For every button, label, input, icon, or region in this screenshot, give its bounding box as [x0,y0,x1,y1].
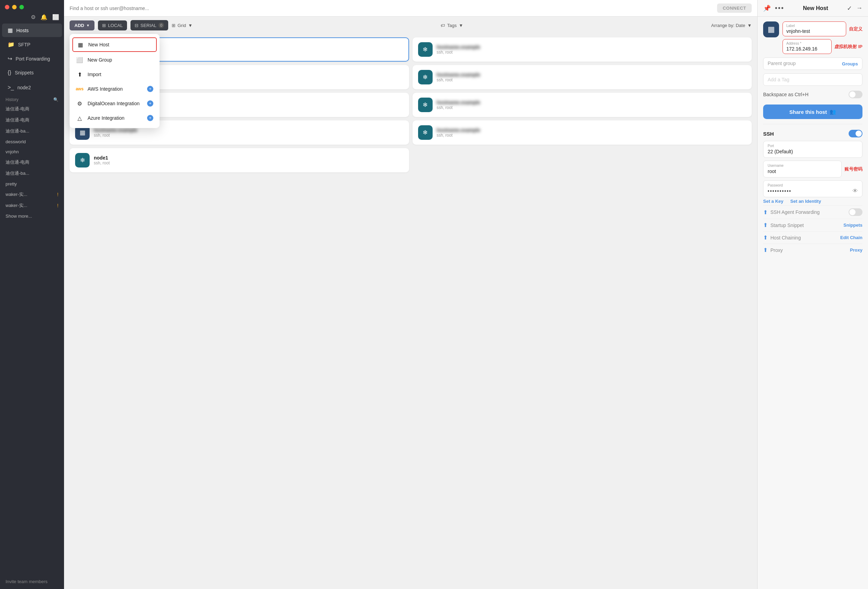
tags-button[interactable]: 🏷 Tags ▼ [441,23,463,28]
address-field[interactable]: Address * 172.16.249.16 [782,39,832,54]
connect-button[interactable]: CONNECT [717,3,752,13]
startup-snippet-row: ⬆ Startup Snippet Snippets [763,219,862,231]
local-button[interactable]: ⊞ LOCAL [98,21,127,31]
dropdown-new-group[interactable]: ⬜ New Group [69,53,159,67]
port-field[interactable]: Port 22 (Default) [763,141,862,158]
username-annotation: 账号密码 [844,166,862,172]
groups-link[interactable]: Groups [842,61,858,66]
share-host-label: Share this host [790,109,827,115]
agent-forwarding-row: ⬆ SSH Agent Forwarding [763,205,862,219]
history-item-0[interactable]: 迪信通-电商 [0,103,64,115]
confirm-button[interactable]: ✓ [847,4,852,12]
username-value: root [768,168,776,174]
sidebar-item-snippets[interactable]: {} Snippets [2,66,62,79]
pin-icon[interactable]: 📌 [763,4,771,12]
username-field[interactable]: Username root [763,161,842,177]
host-icon-3: ❄ [418,70,433,84]
parent-group-field[interactable]: Parent group Groups [763,58,862,70]
toggle-password-icon[interactable]: 👁 [852,188,858,194]
port-forwarding-icon: ↪ [7,55,12,62]
snippets-link[interactable]: Snippets [843,223,862,228]
host-identity-icon: ▦ [763,21,779,37]
close-button[interactable] [5,5,9,9]
host-icon-5: ❄ [418,97,433,112]
host-chaining-label: Host Chaining [771,235,837,241]
arrange-button[interactable]: Arrange by: Date ▼ [711,23,752,28]
sidebar-item-port-forwarding[interactable]: ↪ Port Forwarding [2,52,62,65]
history-item-1[interactable]: 迪信通-电商 [0,115,64,125]
grid-button[interactable]: ⊞ Grid ▼ [172,23,192,28]
history-item-9[interactable]: waker-实... ! [0,200,64,211]
snippets-icon: {} [7,69,12,76]
serial-icon: ⊟ [134,23,139,28]
sidebar-item-sftp[interactable]: 📁 SFTP [2,38,62,51]
edit-chain-link[interactable]: Edit Chain [840,235,862,240]
address-row: Address * 172.16.249.16 虚拟机映射 IP [782,39,862,54]
history-item-4[interactable]: vnjohn [0,147,64,157]
agent-forwarding-toggle[interactable] [849,208,862,216]
dropdown-new-host[interactable]: ▦ New Host [72,37,157,52]
host-card-3[interactable]: ❄ hostname.example ssh, root [413,65,752,89]
settings-icon[interactable]: ⚙ [31,14,35,21]
arrange-label: Arrange by: Date [711,23,745,28]
dropdown-new-group-label: New Group [87,57,112,63]
add-button[interactable]: ADD ▼ [69,21,94,31]
history-search-icon[interactable]: 🔍 [53,97,59,102]
minimize-button[interactable] [12,5,16,9]
history-item-7[interactable]: pretty [0,179,64,189]
serial-button[interactable]: ⊟ SERIAL 0 [130,20,168,31]
password-field[interactable]: Password •••••••••• 👁 [763,180,862,197]
notification-icon[interactable]: 🔔 [40,14,47,21]
share-host-button[interactable]: Share this host 👥 [763,105,862,119]
show-more-btn[interactable]: Show more... [0,211,64,221]
sidebar-item-snippets-label: Snippets [15,70,34,75]
history-item-3[interactable]: dessworld [0,137,64,147]
host-grid: ❄ hostname.example ssh, root ▦ 迪信通-base … [64,34,757,589]
sidebar-item-hosts[interactable]: ▦ Hosts [2,24,62,37]
proxy-row: ⬆ Proxy Proxy [763,244,862,256]
maximize-button[interactable] [19,5,24,9]
ssh-header: SSH [763,130,862,137]
tag-field[interactable]: Add a Tag [763,73,862,86]
search-input[interactable] [69,6,714,11]
host-icon-1: ❄ [418,42,433,57]
history-item-6[interactable]: 迪信通-ba... [0,168,64,179]
host-card-1[interactable]: ❄ hostname.example ssh, root [413,37,752,62]
set-key-link[interactable]: Set a Key [763,199,784,204]
username-label: Username [768,164,837,167]
label-field[interactable]: Label vnjohn-test [782,21,846,36]
warn-icon-9: ! [57,203,59,208]
host-icon-8: ❄ [75,153,90,167]
host-name-3: hostname.example [437,72,480,78]
set-identity-link[interactable]: Set an Identity [790,199,821,204]
sidebar-item-node2[interactable]: >_ node2 [2,81,62,94]
host-meta-7: ssh, root [437,133,480,138]
history-item-5[interactable]: 迪信通-电商 [0,157,64,168]
azure-plus-badge: + [147,115,153,121]
proxy-link[interactable]: Proxy [850,247,862,252]
history-item-8[interactable]: waker-实... ! [0,189,64,200]
host-card-8[interactable]: ❄ node1 ssh, root [69,148,409,172]
startup-snippet-label: Startup Snippet [771,223,841,228]
ssh-toggle[interactable] [849,130,862,137]
proxy-up-icon: ⬆ [763,247,768,253]
navigate-button[interactable]: → [856,4,862,12]
host-card-5[interactable]: ❄ hostname.example ssh, root [413,93,752,117]
address-annotation: 虚拟机映射 IP [834,44,862,50]
host-card-7[interactable]: ❄ hostname.example ssh, root [413,120,752,145]
dropdown-azure[interactable]: △ Azure Integration + [69,111,159,125]
backspace-toggle[interactable] [849,91,862,98]
tag-placeholder: Add a Tag [768,77,790,83]
sidebar-item-hosts-label: Hosts [16,28,29,33]
more-options-icon[interactable]: ••• [775,4,784,12]
dropdown-aws[interactable]: aws AWS Integration + [69,82,159,96]
invite-team-members[interactable]: Invite team members [0,574,64,589]
terminal-icon[interactable]: ⬜ [52,14,59,21]
history-item-2[interactable]: 迪信通-ba... [0,125,64,137]
dropdown-import[interactable]: ⬆ Import [69,67,159,82]
chaining-up-icon: ⬆ [763,234,768,241]
proxy-label: Proxy [771,247,847,253]
tags-chevron-icon: ▼ [459,23,463,28]
dropdown-digitalocean[interactable]: ⚙ DigitalOcean Integration + [69,96,159,111]
digitalocean-icon: ⚙ [76,100,83,107]
